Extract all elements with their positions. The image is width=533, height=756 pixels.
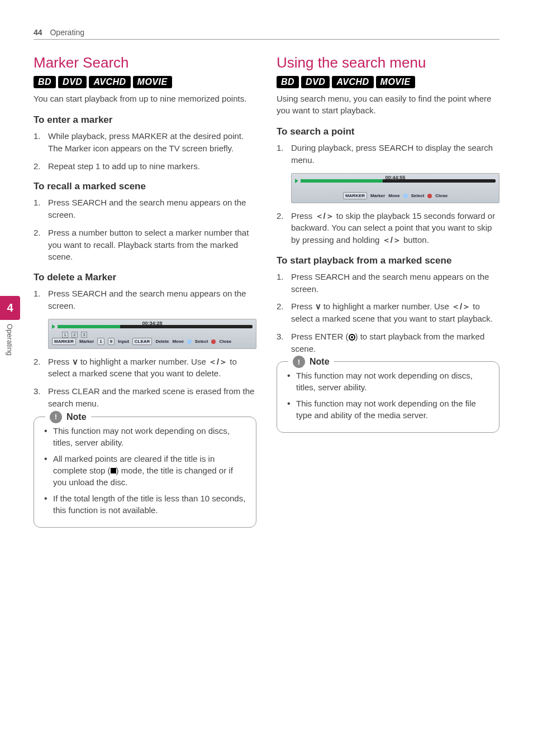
format-tags: BD DVD AVCHD MOVIE [277, 76, 499, 88]
step-item: While playback, press MARKER at the desi… [34, 130, 256, 155]
steps-list: Press SEARCH and the search menu appears… [34, 197, 256, 263]
hint-clear: CLEAR [132, 338, 153, 345]
intro-text: You can start playback from up to nine m… [34, 93, 256, 104]
note-item: This function may not work depending on … [43, 425, 247, 448]
format-bd: BD [277, 76, 299, 88]
step-item: Repeat step 1 to add up to nine markers. [34, 160, 256, 173]
play-icon [295, 179, 298, 183]
format-avchd: AVCHD [89, 76, 130, 88]
note-header: ! Note [45, 411, 91, 423]
right-column: Using the search menu BD DVD AVCHD MOVIE… [277, 54, 499, 528]
hint-label: Move [172, 339, 183, 344]
note-item: If the total length of the title is less… [43, 492, 247, 516]
note-label: Note [66, 412, 87, 422]
down-arrow-icon: ∨ [72, 357, 78, 366]
search-menu-screenshot: 00:44:55 01:36:36 MARKER Marker Move Sel… [291, 173, 499, 203]
left-right-arrow-icon: ＜/＞ [208, 357, 227, 366]
down-arrow-icon: ∨ [315, 302, 321, 311]
subsection-title: To delete a Marker [34, 272, 256, 283]
hint-label: Select [195, 339, 208, 344]
select-dot-icon [403, 194, 408, 198]
subsection-title: To recall a marked scene [34, 181, 256, 192]
subsection-title: To start playback from a marked scene [277, 255, 499, 266]
hint-label: Move [388, 193, 399, 198]
intro-text: Using search menu, you can easily to fin… [277, 93, 499, 116]
note-icon: ! [50, 411, 62, 423]
step-item: Press SEARCH and the search menu appears… [277, 271, 499, 295]
left-column: Marker Search BD DVD AVCHD MOVIE You can… [34, 54, 256, 528]
stop-icon [111, 468, 116, 473]
step-item: Press SEARCH and the search menu appears… [34, 197, 256, 221]
note-icon: ! [293, 356, 305, 368]
subsection-title: To enter a marker [34, 114, 256, 126]
format-tags: BD DVD AVCHD MOVIE [34, 76, 256, 88]
page-number: 44 [34, 28, 42, 37]
format-movie: MOVIE [133, 76, 172, 88]
close-dot-icon [211, 339, 216, 344]
hint-num: 1 [97, 338, 104, 345]
left-right-arrow-icon: ＜/＞ [315, 211, 334, 221]
section-title: Marker Search [34, 54, 256, 71]
hint-label: Input [118, 339, 129, 344]
marker-badge: 1 [62, 332, 68, 338]
format-movie: MOVIE [376, 76, 415, 88]
step-item: Press a number button to select a marker… [34, 227, 256, 263]
step-item: Press SEARCH and the search menu appears… [34, 288, 256, 312]
format-avchd: AVCHD [332, 76, 373, 88]
hint-label: Delete [155, 339, 169, 344]
hint-label: Close [219, 339, 231, 344]
left-right-arrow-icon: ＜/＞ [451, 302, 470, 311]
note-header: ! Note [288, 356, 334, 368]
step-item: Press ∨ to highlight a marker number. Us… [34, 356, 256, 380]
hint-num: 9 [108, 338, 115, 345]
left-right-arrow-icon: ＜/＞ [382, 235, 401, 245]
section-title: Using the search menu [277, 54, 499, 71]
steps-list: Press ∨ to highlight a marker number. Us… [34, 356, 256, 410]
note-label: Note [310, 357, 330, 367]
steps-list: While playback, press MARKER at the desi… [34, 130, 256, 172]
note-item: This function may not work depending on … [286, 370, 490, 393]
format-dvd: DVD [58, 76, 87, 88]
play-icon [52, 324, 55, 329]
steps-list: Press SEARCH and the search menu appears… [34, 288, 256, 312]
note-box: ! Note This function may not work depend… [277, 361, 499, 433]
step-item: Press CLEAR and the marked scene is eras… [34, 385, 256, 410]
hint-marker: MARKER [52, 338, 76, 345]
search-menu-screenshot: 00:34:28 01:36:36 1 2 3 MARKER Marker 1 … [48, 319, 256, 349]
hint-label: Close [435, 193, 448, 198]
hint-label: Marker [370, 193, 385, 198]
steps-list: During playback, press SEARCH to display… [277, 142, 499, 166]
note-item: This function may not work depending on … [286, 398, 490, 421]
hint-label: Select [411, 193, 425, 198]
marker-badge: 3 [81, 332, 87, 338]
marker-badge: 2 [72, 332, 78, 338]
steps-list: Press SEARCH and the search menu appears… [277, 271, 499, 355]
header-section: Operating [50, 28, 84, 37]
step-item: Press ＜/＞ to skip the playback 15 second… [277, 210, 499, 246]
note-item: All marked points are cleared if the tit… [43, 453, 247, 488]
select-dot-icon [187, 339, 192, 344]
page-header: 44 Operating [34, 28, 499, 40]
hint-label: Marker [79, 339, 94, 344]
format-dvd: DVD [301, 76, 330, 88]
step-item: Press ENTER () to start playback from th… [277, 331, 499, 355]
steps-list: Press ＜/＞ to skip the playback 15 second… [277, 210, 499, 246]
enter-icon [349, 334, 355, 341]
close-dot-icon [427, 194, 432, 198]
subsection-title: To search a point [277, 126, 499, 137]
hint-marker: MARKER [343, 192, 367, 199]
format-bd: BD [34, 76, 56, 88]
note-box: ! Note This function may not work depend… [34, 417, 256, 528]
step-item: Press ∨ to highlight a marker number. Us… [277, 300, 499, 325]
step-item: During playback, press SEARCH to display… [277, 142, 499, 166]
